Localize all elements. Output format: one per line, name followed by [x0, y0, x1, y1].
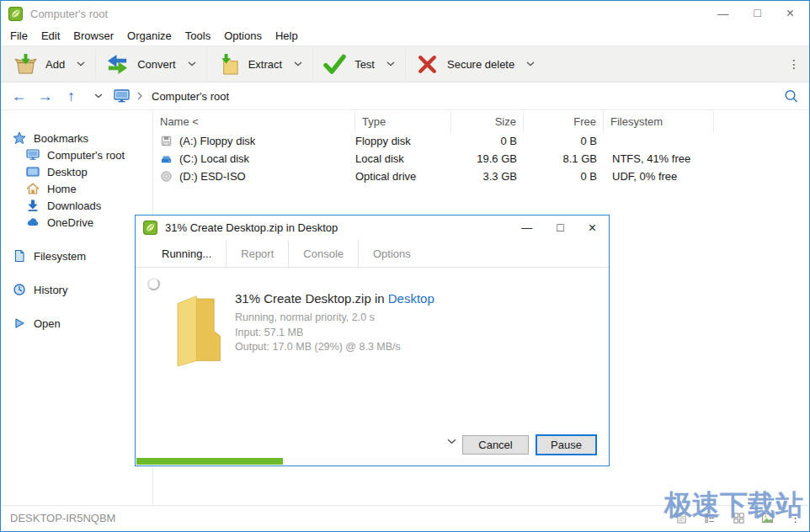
sidebar-item-desktop[interactable]: Desktop	[2, 163, 152, 180]
menu-tools[interactable]: Tools	[179, 28, 217, 44]
chevron-down-icon	[77, 61, 85, 66]
sidebar-item-computers-root[interactable]: Computer's root	[2, 146, 152, 163]
add-dropdown[interactable]	[77, 61, 85, 66]
busy-spinner-icon	[147, 278, 160, 290]
minimize-button[interactable]: —	[717, 8, 728, 20]
progress-bar	[136, 458, 608, 465]
table-row-drive-d[interactable]: (D:) ESD-ISO Optical drive 3.3 GB 0 B UD…	[153, 168, 808, 185]
test-dropdown[interactable]	[386, 61, 395, 66]
add-button[interactable]: Add	[4, 48, 96, 80]
sidebar-item-history[interactable]: History	[2, 281, 152, 298]
sidebar-item-filesystem[interactable]: Filesystem	[2, 247, 152, 264]
sidebar-label: Bookmarks	[34, 132, 88, 145]
cell-free: 0 B	[524, 135, 604, 147]
main-window: Computer's root — □ × File Edit Browser …	[0, 0, 810, 532]
extract-dropdown[interactable]	[294, 61, 302, 66]
menu-edit[interactable]: Edit	[35, 28, 67, 44]
menu-file[interactable]: File	[3, 28, 35, 44]
sidebar-label: Computer's root	[47, 149, 125, 162]
tab-options[interactable]: Options	[358, 240, 425, 267]
column-header-free[interactable]: Free	[524, 111, 604, 132]
table-row-drive-a[interactable]: (A:) Floppy disk Floppy disk 0 B 0 B	[153, 132, 808, 150]
tab-running[interactable]: Running...	[147, 240, 226, 267]
cancel-button[interactable]: Cancel	[462, 435, 529, 455]
forward-button[interactable]: →	[32, 88, 58, 105]
chevron-down-icon	[94, 93, 103, 98]
progress-bar-fill	[136, 458, 283, 465]
sidebar-item-bookmarks[interactable]: Bookmarks	[2, 130, 152, 146]
chevron-down-icon	[447, 439, 456, 444]
dialog-maximize-button[interactable]: □	[557, 221, 563, 234]
breadcrumb[interactable]: Computer's root	[152, 90, 229, 103]
column-header-type[interactable]: Type	[355, 111, 451, 132]
star-icon	[13, 131, 26, 145]
secure-delete-button-label: Secure delete	[447, 58, 514, 71]
menu-bar: File Edit Browser Organize Tools Options…	[1, 26, 809, 45]
up-button[interactable]: ↑	[58, 88, 84, 105]
maximize-button[interactable]: □	[754, 6, 760, 19]
search-icon[interactable]	[783, 88, 799, 104]
menu-help[interactable]: Help	[269, 28, 305, 44]
toolbar-overflow-button[interactable]: ⋮	[788, 59, 800, 70]
chevron-down-icon	[526, 61, 535, 66]
pause-button[interactable]: Pause	[536, 434, 597, 455]
cell-free: 0 B	[524, 170, 604, 183]
menu-options[interactable]: Options	[217, 28, 269, 44]
sidebar-item-home[interactable]: Home	[2, 180, 152, 197]
toolbar: Add Convert Extract	[1, 45, 809, 82]
convert-icon	[106, 53, 129, 76]
address-dropdown[interactable]	[94, 93, 103, 98]
convert-button-label: Convert	[137, 58, 176, 71]
computer-icon[interactable]	[114, 89, 130, 103]
tab-console[interactable]: Console	[288, 240, 358, 267]
sidebar-label: Filesystem	[34, 250, 86, 263]
optical-disc-icon	[160, 170, 173, 183]
back-button[interactable]: ←	[6, 88, 32, 105]
secure-delete-dropdown[interactable]	[526, 61, 535, 66]
tab-report[interactable]: Report	[226, 240, 288, 267]
column-header-filesystem[interactable]: Filesystem	[604, 111, 714, 132]
cell-name-text: (A:) Floppy disk	[179, 135, 255, 147]
table-row-drive-c[interactable]: (C:) Local disk Local disk 19.6 GB 8.1 G…	[153, 150, 808, 168]
cell-filesystem: NTFS, 41% free	[604, 152, 714, 165]
chevron-down-icon	[386, 61, 395, 66]
title-bar: Computer's root — □ ×	[1, 1, 809, 26]
input-line: Input: 57.1 MB	[235, 326, 434, 341]
cell-type: Local disk	[355, 152, 451, 165]
cell-size: 19.6 GB	[451, 152, 524, 165]
column-header-name[interactable]: Name <	[153, 111, 355, 132]
sidebar-item-onedrive[interactable]: OneDrive	[2, 214, 152, 231]
sidebar-item-open[interactable]: Open	[2, 315, 152, 332]
dialog-actions-dropdown[interactable]	[447, 433, 456, 448]
extract-button[interactable]: Extract	[207, 48, 313, 80]
close-button[interactable]: ×	[786, 6, 794, 21]
dialog-close-button[interactable]: ×	[589, 221, 596, 236]
convert-button[interactable]: Convert	[96, 48, 207, 80]
peazip-logo-icon	[8, 7, 23, 21]
test-button[interactable]: Test	[313, 48, 406, 80]
menu-organize[interactable]: Organize	[120, 28, 179, 44]
secure-delete-button[interactable]: Secure delete	[406, 48, 545, 80]
dialog-minimize-button[interactable]: —	[521, 221, 532, 234]
status-line: Running, normal priority, 2.0 s	[235, 311, 434, 326]
add-button-label: Add	[45, 58, 65, 71]
chevron-right-icon	[137, 92, 142, 100]
cell-type: Optical drive	[355, 170, 451, 183]
convert-dropdown[interactable]	[188, 61, 196, 66]
window-title: Computer's root	[30, 8, 108, 20]
destination-link[interactable]: Desktop	[388, 291, 434, 306]
watermark: 极速下载站	[664, 487, 803, 524]
column-header-size[interactable]: Size	[451, 111, 524, 132]
progress-summary: 31% Create Desktop.zip in Desktop Runnin…	[235, 291, 434, 355]
menu-browser[interactable]: Browser	[67, 28, 120, 44]
cell-name-text: (D:) ESD-ISO	[179, 170, 246, 183]
cell-type: Floppy disk	[355, 135, 451, 147]
download-icon	[26, 199, 40, 212]
sidebar-label: Home	[47, 183, 77, 195]
extract-button-label: Extract	[248, 58, 282, 71]
desktop-icon	[26, 165, 40, 178]
dialog-title: 31% Create Desktop.zip in Desktop	[165, 221, 338, 234]
sidebar-item-downloads[interactable]: Downloads	[2, 197, 152, 214]
sidebar-label: Open	[34, 317, 61, 330]
file-icon	[13, 249, 26, 263]
